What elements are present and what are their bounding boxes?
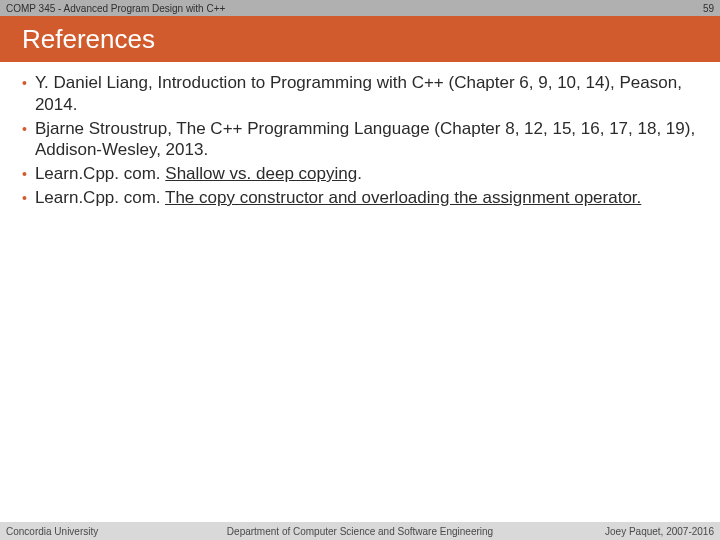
reference-suffix: .: [357, 164, 362, 183]
top-bar: COMP 345 - Advanced Program Design with …: [0, 0, 720, 16]
reference-prefix: Learn.Cpp. com.: [35, 164, 165, 183]
bullet-icon: •: [22, 72, 27, 94]
reference-item: • Y. Daniel Liang, Introduction to Progr…: [22, 72, 698, 116]
footer-bar: Concordia University Department of Compu…: [0, 522, 720, 540]
reference-item: • Learn.Cpp. com. Shallow vs. deep copyi…: [22, 163, 698, 185]
slide-title: References: [22, 24, 155, 55]
slide: COMP 345 - Advanced Program Design with …: [0, 0, 720, 540]
reference-link[interactable]: The copy constructor and overloading the…: [165, 188, 641, 207]
reference-item: • Learn.Cpp. com. The copy constructor a…: [22, 187, 698, 209]
reference-link[interactable]: Shallow vs. deep copying: [165, 164, 357, 183]
reference-prefix: Learn.Cpp. com.: [35, 188, 165, 207]
footer-right: Joey Paquet, 2007-2016: [605, 526, 714, 537]
bullet-icon: •: [22, 163, 27, 185]
bullet-icon: •: [22, 118, 27, 140]
footer-left: Concordia University: [6, 526, 98, 537]
title-band: References: [0, 16, 720, 62]
reference-text: Learn.Cpp. com. Shallow vs. deep copying…: [35, 163, 698, 185]
reference-text: Bjarne Stroustrup, The C++ Programming L…: [35, 118, 698, 162]
reference-item: • Bjarne Stroustrup, The C++ Programming…: [22, 118, 698, 162]
course-label: COMP 345 - Advanced Program Design with …: [6, 3, 225, 14]
slide-number: 59: [703, 3, 714, 14]
reference-text: Learn.Cpp. com. The copy constructor and…: [35, 187, 698, 209]
content-area: • Y. Daniel Liang, Introduction to Progr…: [0, 62, 720, 209]
bullet-icon: •: [22, 187, 27, 209]
reference-text: Y. Daniel Liang, Introduction to Program…: [35, 72, 698, 116]
